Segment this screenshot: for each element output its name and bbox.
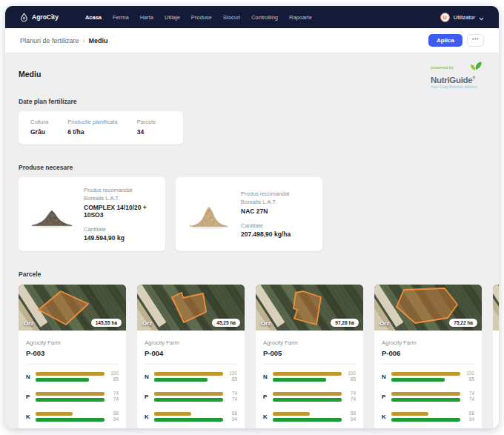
parcel-map-image: Orz75,22 ha [374,285,482,331]
nutrient-actual-value: 94 [223,416,237,422]
plan-field-value: 6 t/ha [67,128,118,136]
nutrient-actual-value: 74 [460,396,474,402]
nav-item-rapoarte[interactable]: Rapoarte [289,14,312,21]
section-label-plan: Date plan fertilizare [19,98,485,105]
parcel-crop-label: Orz [379,320,389,327]
plan-field-label: Parcele [137,119,156,125]
product-card-0[interactable]: Produs recomandatBorealis L.A.T.COMPLEX … [19,177,165,251]
tan-granules-pile-image [185,196,233,233]
parcel-cards-row: Orz145,55 haAgrocity FarmP-003N10085P747… [19,285,485,428]
nutrient-label: P [26,394,36,400]
parcel-card-p-004[interactable]: Orz45,25 haAgrocity FarmP-004N10085P7474… [137,285,245,428]
avatar: U [440,13,450,22]
nutrient-actual-bar [391,398,460,402]
nutrient-target-bar [154,372,223,376]
plan-summary-card: CulturaGrâuProductie planificata6 t/haPa… [19,111,183,145]
nav-item-stocuri[interactable]: Stocuri [223,14,240,21]
nav-item-produse[interactable]: Produse [191,14,212,21]
nav-item-harta[interactable]: Harta [140,14,153,21]
parcel-area-badge: 97,28 ha [331,319,359,327]
nutriguide-leaf-icon [468,61,483,76]
nutrient-bar-pair [391,372,460,382]
brand-name: AgroCity [32,13,59,21]
parcel-farm-name: Agrocity Farm [26,339,119,346]
nutrient-bar-pair [273,372,342,382]
nutrient-row-k: K6894 [263,411,356,423]
subheader: Planuri de fertilizare › Mediu Aplica ··… [5,28,499,53]
parcel-area-badge: 75,22 ha [449,319,477,327]
nutriguide-tagline: Your Crop Nutrition Advisor [431,85,483,89]
parcel-card-p-003[interactable]: Orz145,55 haAgrocity FarmP-003N10085P747… [19,285,126,428]
nutrient-target-value: 74 [223,391,237,396]
more-actions-button[interactable]: ··· [467,34,484,47]
nutrient-row-p: P7474 [382,391,474,403]
nutrient-target-value: 100 [223,371,237,376]
nutrient-actual-value: 94 [460,416,474,422]
nutrient-label: K [145,414,154,420]
brand-logo[interactable]: AgroCity [20,13,59,21]
product-name: NAC 27N [241,207,314,215]
product-quantity: 207.498,90 kg/ha [241,230,314,238]
nutrient-label: K [263,414,273,420]
nutrient-values: 6894 [105,411,119,423]
parcel-farm-name: Agrocity Farm [382,339,474,346]
parcel-area-badge: 145,55 ha [91,319,122,327]
user-menu[interactable]: U Utilizator [440,10,484,24]
nutrient-actual-bar [154,418,223,422]
nutrient-label: N [263,373,273,380]
product-recommended-label: Produs recomandat [241,190,314,198]
nutrient-actual-value: 74 [105,396,119,402]
user-label: Utilizator [454,14,475,21]
nutrient-target-value: 68 [223,411,237,416]
product-quantity: 149.594,90 kg [84,234,156,242]
nutrient-label: N [145,373,154,380]
nutrient-bar-pair [154,392,223,402]
nutrient-values: 7474 [460,391,474,403]
nutrient-label: N [382,373,391,380]
apply-button[interactable]: Aplica [428,34,462,47]
section-label-products: Produse necesare [19,164,485,171]
breadcrumb-current: Mediu [89,37,108,44]
plan-field-value: Grâu [30,128,48,136]
nutrient-bar-pair [273,412,342,422]
nutrient-target-value: 74 [342,391,356,396]
nutrient-target-value: 74 [105,391,119,396]
nutrient-actual-value: 85 [342,376,356,382]
plan-field-0: CulturaGrâu [30,119,48,136]
parcel-farm-name: Agrocity Farm [263,339,356,346]
nutrient-actual-value: 94 [105,416,119,422]
nutrient-label: P [263,394,273,400]
nutrient-label: K [26,414,36,420]
nutrient-actual-value: 85 [223,376,237,382]
nav-item-acasa[interactable]: Acasa [85,14,102,21]
nutrient-target-bar [273,372,342,376]
parcel-body: Agrocity FarmP-003 [19,331,126,357]
parcel-card-p-005[interactable]: Orz97,28 haAgrocity FarmP-005N10085P7474… [256,285,363,428]
parcel-map-image [493,285,499,331]
nav-item-utilaje[interactable]: Utilaje [165,14,180,21]
product-cards-row: Produs recomandatBorealis L.A.T.COMPLEX … [19,177,485,251]
nutrient-values: 10085 [105,371,119,383]
avatar-letter: U [443,15,447,20]
breadcrumb-separator: › [83,37,85,44]
nav-item-controlling[interactable]: Controlling [251,14,278,21]
nutrient-target-bar [391,412,428,416]
nutrient-actual-bar [36,418,105,422]
section-label-parcels: Parcele [19,270,485,278]
plan-field-label: Productie planificata [67,119,118,125]
nutriguide-powered-by: powered by [431,65,454,70]
nutrient-actual-bar [391,378,445,382]
nutrient-target-bar [36,412,73,416]
product-card-1[interactable]: Produs recomandatBorealis L.A.T.NAC 27NC… [176,177,322,251]
nutrient-label: P [145,394,154,400]
nutrient-actual-bar [154,378,208,382]
nutrient-target-bar [273,392,342,396]
nav-item-ferma[interactable]: Ferma [113,14,129,21]
parcel-body: Agrocity FarmP-004 [137,331,245,357]
breadcrumb-parent[interactable]: Planuri de fertilizare [20,37,79,44]
parcel-card-p-006[interactable]: Orz75,22 haAgrocity FarmP-006N10085P7474… [374,285,482,428]
parcel-card-partial[interactable]: N10085P7474K6894S3021 [493,285,499,428]
parcel-farm-name: Agrocity Farm [145,339,237,346]
nutrient-actual-bar [391,418,460,422]
subheader-actions: Aplica ··· [428,34,484,47]
